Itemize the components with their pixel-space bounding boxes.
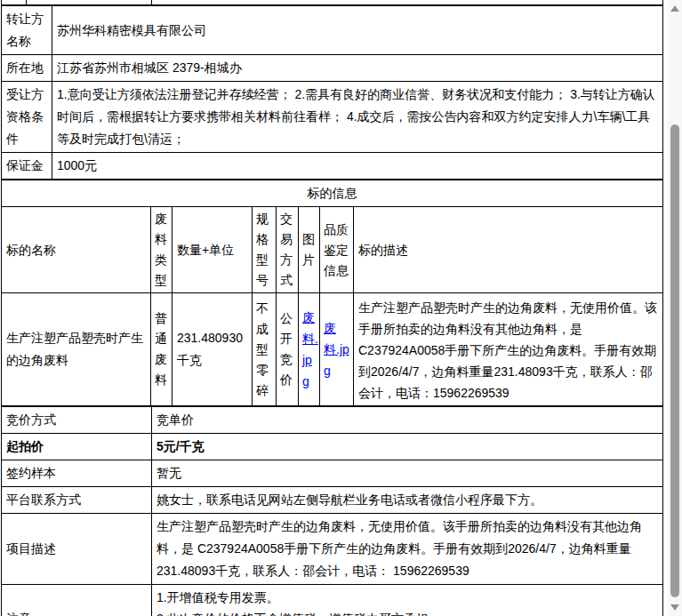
lot-image-cell: 废料.jpg	[299, 293, 320, 405]
col-header-description: 标的描述	[354, 207, 662, 292]
bid-table-header-row: 标的名称 废料类型 数量+单位 规格型号 交易方式 图片 品质鉴定信息 标的描述	[2, 207, 662, 293]
row-label: 转让方名称	[2, 6, 52, 54]
row-value: 5元/千克	[152, 434, 662, 460]
col-header-image: 图片	[299, 207, 320, 292]
row-value: 生产注塑产品塑壳时产生的边角废料，无使用价值。该手册所拍卖的边角料没有其他边角料…	[152, 514, 662, 584]
row-notes: 注意 1.开增值税专用发票。 2.此次竞价的价格不含增值税，增值税由买方承担。 …	[2, 585, 662, 616]
row-label: 所在地	[2, 55, 52, 81]
lot-quality-cell: 废料.jpg	[320, 293, 354, 405]
row-label: 受让方资格条件	[2, 82, 52, 152]
row-qualification: 受让方资格条件 1.意向受让方须依法注册登记并存续经营； 2.需具有良好的商业信…	[2, 82, 662, 153]
row-label: 项目描述	[2, 514, 152, 584]
row-value: 姚女士，联系电话见网站左侧导航栏业务电话或者微信小程序最下方。	[152, 487, 662, 513]
lot-name: 生产注塑产品塑壳时产生的边角废料	[2, 293, 151, 405]
row-label: 签约样本	[2, 460, 152, 486]
row-value: 竞单价	[152, 407, 662, 433]
bid-table-row: 生产注塑产品塑壳时产生的边角废料 普通废料 231.480930 千克 不成型零…	[2, 293, 662, 407]
row-platform-contact: 平台联系方式 姚女士，联系电话见网站左侧导航栏业务电话或者微信小程序最下方。	[2, 487, 662, 514]
row-contract-sample: 签约样本 暂无	[2, 460, 662, 487]
lot-waste-type: 普通废料	[151, 293, 173, 405]
col-header-quantity: 数量+单位	[173, 207, 253, 292]
row-starting-price: 起拍价 5元/千克	[2, 434, 662, 460]
clipped-row	[2, 0, 662, 6]
lot-spec: 不成型零碎	[253, 293, 277, 405]
col-header-quality: 品质鉴定信息	[320, 207, 354, 292]
clipped-cell	[27, 0, 152, 4]
note-line: 1.开增值税专用发票。	[156, 587, 658, 608]
scrollbar-thumb[interactable]	[670, 124, 679, 597]
row-deposit: 保证金 1000元	[2, 153, 662, 180]
row-value: 1.意向受让方须依法注册登记并存续经营； 2.需具有良好的商业信誉、财务状况和支…	[52, 82, 662, 152]
row-bid-method: 竞价方式 竞单价	[2, 407, 662, 434]
row-label: 注意	[2, 585, 152, 616]
quality-file-link[interactable]: 废料.jpg	[324, 317, 349, 381]
row-location: 所在地 江苏省苏州市相城区 2379-相城办	[2, 55, 662, 82]
row-project-description: 项目描述 生产注塑产品塑壳时产生的边角废料，无使用价值。该手册所拍卖的边角料没有…	[2, 514, 662, 585]
col-header-name: 标的名称	[2, 207, 151, 292]
scroll-down-icon[interactable]	[670, 604, 679, 611]
col-header-trade-mode: 交易方式	[277, 207, 299, 292]
page: 转让方名称 苏州华科精密模具有限公司 所在地 江苏省苏州市相城区 2379-相城…	[0, 0, 682, 616]
lot-description: 生产注塑产品塑壳时产生的边角废料，无使用价值。该手册所拍卖的边角料没有其他边角料…	[354, 293, 662, 405]
row-value: 暂无	[152, 460, 662, 486]
row-value: 江苏省苏州市相城区 2379-相城办	[52, 55, 662, 81]
section-title: 标的信息	[2, 180, 662, 206]
col-header-waste-type: 废料类型	[151, 207, 173, 292]
row-label: 平台联系方式	[2, 487, 152, 513]
clipped-cell	[2, 0, 27, 4]
section-header-row: 标的信息	[2, 180, 662, 207]
row-transferor-name: 转让方名称 苏州华科精密模具有限公司	[2, 6, 662, 55]
row-value: 1000元	[52, 153, 662, 179]
clipped-cell	[152, 0, 662, 4]
vertical-scrollbar[interactable]	[668, 0, 682, 616]
lot-trade-mode: 公开竞价	[277, 293, 299, 405]
listing-table: 转让方名称 苏州华科精密模具有限公司 所在地 江苏省苏州市相城区 2379-相城…	[1, 0, 663, 616]
notes-value: 1.开增值税专用发票。 2.此次竞价的价格不含增值税，增值税由买方承担。 3.意…	[152, 585, 662, 616]
scroll-up-icon[interactable]	[670, 5, 679, 12]
lot-quantity: 231.480930 千克	[173, 293, 253, 405]
image-file-link[interactable]: 废料.jpg	[302, 307, 316, 392]
row-label: 起拍价	[2, 434, 152, 460]
row-label: 竞价方式	[2, 407, 152, 433]
row-label: 保证金	[2, 153, 52, 179]
row-value: 苏州华科精密模具有限公司	[52, 6, 662, 54]
col-header-spec: 规格型号	[253, 207, 277, 292]
note-line: 2.此次竞价的价格不含增值税，增值税由买方承担。	[156, 608, 658, 616]
